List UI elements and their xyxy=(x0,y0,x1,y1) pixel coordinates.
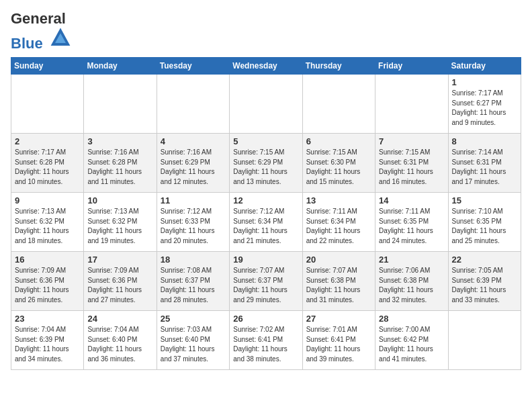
day-number: 9 xyxy=(15,195,80,205)
day-number: 23 xyxy=(15,314,80,324)
day-info: Sunrise: 7:15 AM Sunset: 6:30 PM Dayligh… xyxy=(306,148,371,187)
day-info: Sunrise: 7:07 AM Sunset: 6:38 PM Dayligh… xyxy=(306,266,371,305)
day-cell: 7Sunrise: 7:15 AM Sunset: 6:31 PM Daylig… xyxy=(375,134,448,193)
day-cell xyxy=(375,75,448,134)
page-header: General Blue xyxy=(11,11,521,52)
day-cell: 14Sunrise: 7:11 AM Sunset: 6:35 PM Dayli… xyxy=(375,193,448,252)
day-info: Sunrise: 7:09 AM Sunset: 6:36 PM Dayligh… xyxy=(87,266,152,305)
day-cell: 1Sunrise: 7:17 AM Sunset: 6:27 PM Daylig… xyxy=(448,75,521,134)
day-cell: 28Sunrise: 7:00 AM Sunset: 6:42 PM Dayli… xyxy=(375,311,448,370)
day-number: 10 xyxy=(87,195,152,205)
day-cell: 3Sunrise: 7:16 AM Sunset: 6:28 PM Daylig… xyxy=(84,134,157,193)
day-cell xyxy=(230,75,302,134)
header-tuesday: Tuesday xyxy=(157,58,229,75)
day-cell: 2Sunrise: 7:17 AM Sunset: 6:28 PM Daylig… xyxy=(11,134,84,193)
header-sunday: Sunday xyxy=(11,58,84,75)
day-info: Sunrise: 7:02 AM Sunset: 6:41 PM Dayligh… xyxy=(233,325,298,364)
day-info: Sunrise: 7:11 AM Sunset: 6:35 PM Dayligh… xyxy=(379,207,444,246)
day-cell: 11Sunrise: 7:12 AM Sunset: 6:33 PM Dayli… xyxy=(157,193,229,252)
week-row-2: 2Sunrise: 7:17 AM Sunset: 6:28 PM Daylig… xyxy=(11,134,521,193)
day-number: 1 xyxy=(452,77,517,87)
day-number: 28 xyxy=(379,314,444,324)
logo: General Blue xyxy=(11,11,71,52)
day-number: 19 xyxy=(233,255,298,265)
day-info: Sunrise: 7:16 AM Sunset: 6:29 PM Dayligh… xyxy=(161,148,226,187)
day-cell: 18Sunrise: 7:08 AM Sunset: 6:37 PM Dayli… xyxy=(157,252,229,311)
day-number: 12 xyxy=(233,195,298,205)
day-cell: 8Sunrise: 7:14 AM Sunset: 6:31 PM Daylig… xyxy=(448,134,521,193)
day-number: 14 xyxy=(379,195,444,205)
day-info: Sunrise: 7:07 AM Sunset: 6:37 PM Dayligh… xyxy=(233,266,298,305)
logo-blue: Blue xyxy=(11,35,43,52)
day-number: 16 xyxy=(15,255,80,265)
day-number: 26 xyxy=(233,314,298,324)
day-cell xyxy=(157,75,229,134)
day-cell xyxy=(448,311,521,370)
day-info: Sunrise: 7:05 AM Sunset: 6:39 PM Dayligh… xyxy=(452,266,517,305)
week-row-5: 23Sunrise: 7:04 AM Sunset: 6:39 PM Dayli… xyxy=(11,311,521,370)
day-cell: 17Sunrise: 7:09 AM Sunset: 6:36 PM Dayli… xyxy=(84,252,157,311)
calendar-table: SundayMondayTuesdayWednesdayThursdayFrid… xyxy=(11,57,521,370)
day-number: 20 xyxy=(306,255,371,265)
day-info: Sunrise: 7:04 AM Sunset: 6:40 PM Dayligh… xyxy=(87,325,152,364)
day-cell: 15Sunrise: 7:10 AM Sunset: 6:35 PM Dayli… xyxy=(448,193,521,252)
day-cell: 10Sunrise: 7:13 AM Sunset: 6:32 PM Dayli… xyxy=(84,193,157,252)
day-cell: 19Sunrise: 7:07 AM Sunset: 6:37 PM Dayli… xyxy=(230,252,302,311)
day-number: 15 xyxy=(452,195,517,205)
day-cell: 5Sunrise: 7:15 AM Sunset: 6:29 PM Daylig… xyxy=(230,134,302,193)
day-number: 24 xyxy=(87,314,152,324)
day-cell: 22Sunrise: 7:05 AM Sunset: 6:39 PM Dayli… xyxy=(448,252,521,311)
day-cell: 23Sunrise: 7:04 AM Sunset: 6:39 PM Dayli… xyxy=(11,311,84,370)
day-info: Sunrise: 7:12 AM Sunset: 6:33 PM Dayligh… xyxy=(161,207,226,246)
week-row-4: 16Sunrise: 7:09 AM Sunset: 6:36 PM Dayli… xyxy=(11,252,521,311)
header-wednesday: Wednesday xyxy=(230,58,302,75)
day-number: 22 xyxy=(452,255,517,265)
day-cell: 25Sunrise: 7:03 AM Sunset: 6:40 PM Dayli… xyxy=(157,311,229,370)
day-cell: 21Sunrise: 7:06 AM Sunset: 6:38 PM Dayli… xyxy=(375,252,448,311)
day-cell xyxy=(302,75,375,134)
day-cell: 4Sunrise: 7:16 AM Sunset: 6:29 PM Daylig… xyxy=(157,134,229,193)
day-cell: 20Sunrise: 7:07 AM Sunset: 6:38 PM Dayli… xyxy=(302,252,375,311)
logo-general: General xyxy=(11,10,66,27)
day-info: Sunrise: 7:17 AM Sunset: 6:27 PM Dayligh… xyxy=(452,89,517,128)
day-info: Sunrise: 7:13 AM Sunset: 6:32 PM Dayligh… xyxy=(15,207,80,246)
day-number: 17 xyxy=(87,255,152,265)
day-number: 8 xyxy=(452,136,517,146)
day-info: Sunrise: 7:01 AM Sunset: 6:41 PM Dayligh… xyxy=(306,325,371,364)
day-number: 21 xyxy=(379,255,444,265)
day-cell: 24Sunrise: 7:04 AM Sunset: 6:40 PM Dayli… xyxy=(84,311,157,370)
day-cell: 9Sunrise: 7:13 AM Sunset: 6:32 PM Daylig… xyxy=(11,193,84,252)
day-number: 18 xyxy=(161,255,226,265)
day-info: Sunrise: 7:16 AM Sunset: 6:28 PM Dayligh… xyxy=(87,148,152,187)
day-info: Sunrise: 7:03 AM Sunset: 6:40 PM Dayligh… xyxy=(161,325,226,364)
day-info: Sunrise: 7:14 AM Sunset: 6:31 PM Dayligh… xyxy=(452,148,517,187)
day-cell xyxy=(84,75,157,134)
day-info: Sunrise: 7:11 AM Sunset: 6:34 PM Dayligh… xyxy=(306,207,371,246)
logo-icon xyxy=(50,27,71,48)
day-info: Sunrise: 7:17 AM Sunset: 6:28 PM Dayligh… xyxy=(15,148,80,187)
day-info: Sunrise: 7:10 AM Sunset: 6:35 PM Dayligh… xyxy=(452,207,517,246)
day-number: 2 xyxy=(15,136,80,146)
day-cell: 16Sunrise: 7:09 AM Sunset: 6:36 PM Dayli… xyxy=(11,252,84,311)
week-row-1: 1Sunrise: 7:17 AM Sunset: 6:27 PM Daylig… xyxy=(11,75,521,134)
week-row-3: 9Sunrise: 7:13 AM Sunset: 6:32 PM Daylig… xyxy=(11,193,521,252)
header-monday: Monday xyxy=(84,58,157,75)
day-info: Sunrise: 7:00 AM Sunset: 6:42 PM Dayligh… xyxy=(379,325,444,364)
header-row: SundayMondayTuesdayWednesdayThursdayFrid… xyxy=(11,58,521,75)
header-thursday: Thursday xyxy=(302,58,375,75)
day-number: 11 xyxy=(161,195,226,205)
day-number: 13 xyxy=(306,195,371,205)
day-cell: 6Sunrise: 7:15 AM Sunset: 6:30 PM Daylig… xyxy=(302,134,375,193)
day-number: 6 xyxy=(306,136,371,146)
day-info: Sunrise: 7:12 AM Sunset: 6:34 PM Dayligh… xyxy=(233,207,298,246)
day-info: Sunrise: 7:04 AM Sunset: 6:39 PM Dayligh… xyxy=(15,325,80,364)
day-number: 5 xyxy=(233,136,298,146)
day-cell: 26Sunrise: 7:02 AM Sunset: 6:41 PM Dayli… xyxy=(230,311,302,370)
day-info: Sunrise: 7:15 AM Sunset: 6:29 PM Dayligh… xyxy=(233,148,298,187)
header-friday: Friday xyxy=(375,58,448,75)
day-info: Sunrise: 7:06 AM Sunset: 6:38 PM Dayligh… xyxy=(379,266,444,305)
day-number: 25 xyxy=(161,314,226,324)
header-saturday: Saturday xyxy=(448,58,521,75)
day-info: Sunrise: 7:13 AM Sunset: 6:32 PM Dayligh… xyxy=(87,207,152,246)
day-cell xyxy=(11,75,84,134)
